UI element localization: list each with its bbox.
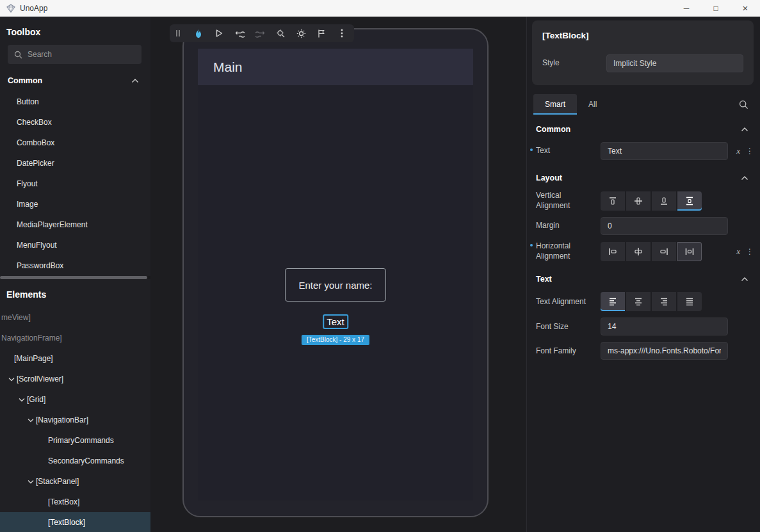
toolbox-search[interactable] — [8, 45, 141, 64]
canvas-textbox[interactable]: Enter your name: — [285, 268, 386, 302]
canvas-textblock-selected[interactable]: Text — [323, 314, 348, 329]
play-icon[interactable] — [213, 28, 225, 39]
font-family-input[interactable] — [601, 342, 728, 360]
halign-left-icon — [608, 246, 618, 257]
tree-item-homeview[interactable]: meView] — [0, 307, 150, 328]
toolbox-item-mediaplayerelement[interactable]: MediaPlayerElement — [0, 214, 150, 235]
app-title: UnoApp — [20, 4, 47, 13]
valign-bottom-button[interactable] — [652, 191, 676, 211]
search-icon — [14, 51, 22, 59]
design-toolbar — [170, 24, 354, 42]
properties-panel: [TextBlock] Style Smart All Common — [526, 17, 760, 532]
more-options-icon[interactable]: ⋮ — [746, 248, 754, 255]
tree-item-grid[interactable]: [Grid] — [0, 389, 150, 410]
grip-icon[interactable] — [172, 28, 184, 39]
picker-icon[interactable] — [275, 28, 286, 39]
vertical-alignment-group — [601, 191, 728, 211]
scrollbar-thumb[interactable] — [0, 276, 147, 279]
tree-item-stackpanel[interactable]: [StackPanel] — [0, 471, 150, 492]
text-property-label: Text — [536, 146, 601, 156]
properties-search-button[interactable] — [739, 100, 748, 109]
vertical-alignment-label: Vertical Alignment — [536, 191, 601, 211]
tree-item-secondarycommands[interactable]: SecondaryCommands — [0, 451, 150, 471]
minimize-button[interactable]: ─ — [672, 0, 701, 16]
text-input[interactable] — [601, 142, 728, 160]
style-label: Style — [542, 58, 606, 69]
text-align-left-button[interactable] — [601, 292, 625, 311]
maximize-button[interactable]: □ — [701, 0, 731, 16]
toolbox-item-flyout[interactable]: Flyout — [0, 173, 150, 194]
halign-left-button[interactable] — [601, 242, 625, 261]
tab-smart[interactable]: Smart — [533, 94, 577, 115]
valign-center-button[interactable] — [626, 191, 651, 211]
undo-icon[interactable] — [234, 28, 245, 39]
text-align-right-button[interactable] — [652, 292, 676, 311]
toolbox-item-image[interactable]: Image — [0, 194, 150, 214]
toolbox-item-checkbox[interactable]: CheckBox — [0, 112, 150, 133]
chevron-up-icon[interactable] — [741, 127, 748, 132]
toolbox-scrollbar[interactable] — [0, 276, 150, 279]
toolbox-item-datepicker[interactable]: DatePicker — [0, 153, 150, 173]
style-input[interactable] — [606, 54, 743, 72]
valign-top-button[interactable] — [601, 191, 625, 211]
redo-icon[interactable] — [254, 28, 266, 39]
more-options-icon[interactable]: ⋮ — [746, 147, 754, 155]
main-layout: Toolbox Common Button CheckBox ComboBox … — [0, 17, 760, 532]
binding-icon[interactable]: x — [736, 246, 740, 257]
toolbox-section-label: Common — [8, 76, 42, 85]
toolbox-item-menuflyout[interactable]: MenuFlyout — [0, 235, 150, 255]
section-layout[interactable]: Layout — [527, 163, 760, 188]
tree-item-mainpage[interactable]: [MainPage] — [0, 348, 150, 369]
prop-row-font-family: Font Family — [527, 339, 760, 363]
toolbox-section-common[interactable]: Common — [0, 67, 150, 92]
prop-row-margin: Margin — [527, 214, 760, 238]
text-align-justify-button[interactable] — [677, 292, 702, 311]
theme-icon[interactable] — [295, 28, 307, 39]
tree-item-primarycommands[interactable]: PrimaryCommands — [0, 430, 150, 451]
horizontal-alignment-label: Horizontal Alignment — [536, 241, 601, 261]
close-button[interactable]: × — [731, 0, 760, 16]
chevron-down-icon[interactable] — [17, 398, 27, 402]
hot-reload-flame-icon[interactable] — [193, 28, 204, 39]
chevron-down-icon[interactable] — [6, 377, 17, 382]
search-input[interactable] — [28, 50, 135, 59]
font-size-input[interactable] — [601, 318, 728, 335]
toolbox-item-combobox[interactable]: ComboBox — [0, 133, 150, 153]
toolbox-item-button[interactable]: Button — [0, 92, 150, 112]
text-align-center-button[interactable] — [626, 292, 651, 311]
chevron-down-icon[interactable] — [26, 418, 36, 423]
flag-icon[interactable] — [316, 28, 327, 39]
tree-item-navigationbar[interactable]: [NavigationBar] — [0, 410, 150, 430]
tree-item-navigationframe[interactable]: NavigationFrame] — [0, 328, 150, 348]
section-common[interactable]: Common — [527, 115, 760, 139]
selected-element-name: [TextBlock] — [542, 31, 743, 40]
app-screen: Main Enter your name: Text [TextBlock] -… — [198, 49, 473, 501]
tree-item-textblock-selected[interactable]: [TextBlock] — [0, 512, 150, 532]
toolbox-item-passwordbox[interactable]: PasswordBox — [0, 255, 150, 276]
section-text[interactable]: Text — [527, 264, 760, 289]
font-family-label: Font Family — [536, 346, 601, 357]
more-icon[interactable] — [336, 28, 348, 39]
binding-icon[interactable]: x — [736, 146, 740, 156]
halign-stretch-button[interactable] — [677, 242, 702, 261]
chevron-up-icon[interactable] — [131, 78, 139, 83]
prop-row-text: Text x ⋮ — [527, 139, 760, 163]
halign-center-button[interactable] — [626, 242, 651, 261]
chevron-up-icon[interactable] — [741, 175, 748, 181]
chevron-up-icon[interactable] — [741, 277, 748, 282]
margin-input[interactable] — [601, 217, 728, 235]
tab-all[interactable]: All — [577, 94, 608, 115]
elements-title: Elements — [0, 279, 150, 307]
tree-item-scrollviewer[interactable]: [ScrollViewer] — [0, 369, 150, 389]
search-icon — [739, 100, 748, 109]
text-alignment-label: Text Alignment — [536, 297, 601, 307]
tree-item-textbox[interactable]: [TextBox] — [0, 492, 150, 512]
valign-stretch-button[interactable] — [677, 191, 702, 211]
prop-row-vertical-alignment: Vertical Alignment — [527, 188, 760, 214]
uno-logo-icon — [6, 4, 15, 13]
chevron-down-icon[interactable] — [26, 480, 36, 484]
halign-right-button[interactable] — [652, 242, 676, 261]
prop-row-horizontal-alignment: Horizontal Alignment x ⋮ — [527, 238, 760, 264]
toolbox-title: Toolbox — [0, 17, 150, 45]
toolbox-item-list: Button CheckBox ComboBox DatePicker Flyo… — [0, 92, 150, 276]
